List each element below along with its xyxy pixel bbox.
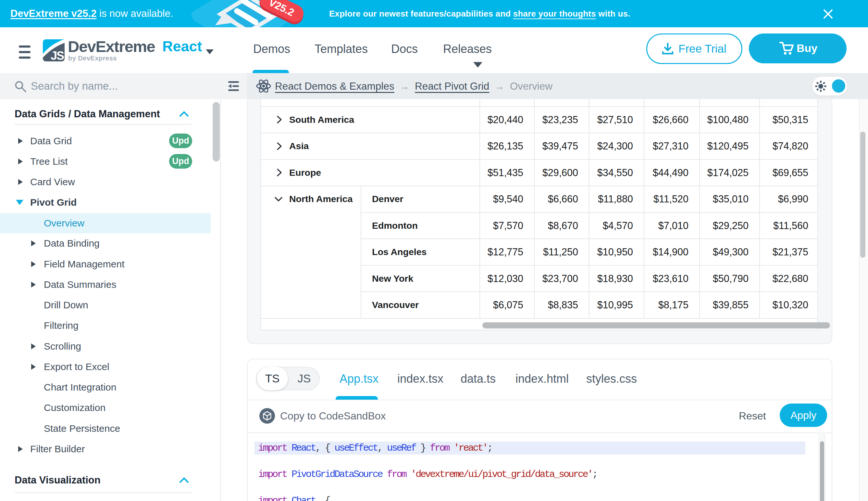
svg-text:JS: JS bbox=[51, 49, 64, 61]
